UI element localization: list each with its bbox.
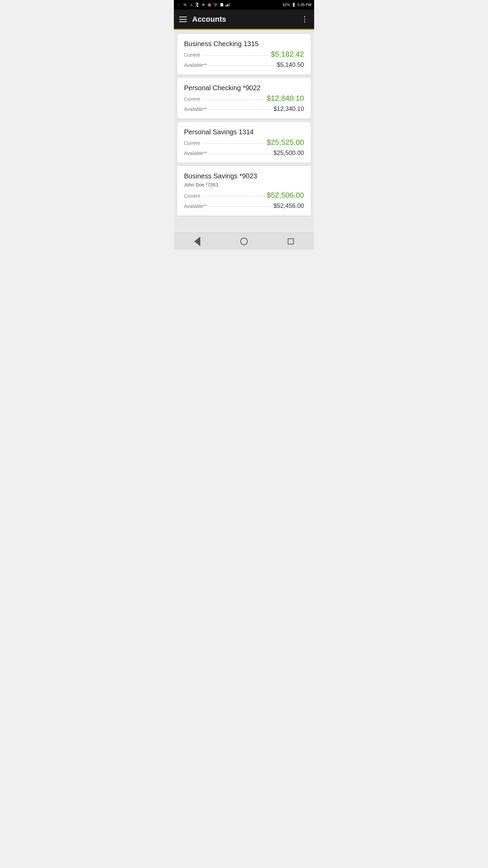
account-name: Business Savings *9023: [184, 172, 304, 180]
account-name: Business Checking 1315: [184, 40, 304, 48]
dot-separator: [202, 196, 265, 197]
svg-rect-5: [229, 3, 230, 6]
current-balance-row: Current $52,506.00: [184, 191, 304, 200]
current-amount: $25,525.00: [267, 138, 304, 147]
hamburger-line-3: [179, 21, 187, 22]
more-options-button[interactable]: ⋮: [301, 15, 309, 24]
current-balance-row: Current $5,182.42: [184, 50, 304, 59]
account-name: Personal Savings 1314: [184, 128, 304, 136]
current-balance-row: Current $12,840.10: [184, 94, 304, 103]
current-amount: $12,840.10: [267, 94, 304, 103]
svg-rect-3: [227, 4, 228, 6]
available-balance-row: Available** $25,500.00: [184, 150, 304, 157]
account-card-business-savings[interactable]: Business Savings *9023 John Doe *7263 Cu…: [177, 166, 311, 216]
current-label: Current: [184, 193, 200, 199]
app-bar-left: Accounts: [179, 15, 226, 24]
home-button[interactable]: [236, 235, 252, 248]
current-label: Current: [184, 52, 200, 58]
status-bar-left: ··· % ⚠ N 🔇 📄: [177, 2, 230, 7]
available-label: Available**: [184, 62, 207, 68]
available-amount: $5,140.50: [277, 61, 304, 68]
battery-icon: 🔋: [291, 3, 296, 7]
back-button[interactable]: [189, 235, 206, 248]
dot-separator: [202, 99, 265, 100]
svg-point-0: [215, 6, 216, 6]
available-label: Available**: [184, 106, 207, 112]
account-card-business-checking[interactable]: Business Checking 1315 Current $5,182.42…: [177, 34, 311, 75]
dot-separator: [208, 110, 271, 110]
page-title: Accounts: [192, 15, 226, 24]
available-balance-row: Available** $12,340.10: [184, 105, 304, 113]
home-icon: [240, 238, 248, 245]
available-label: Available**: [184, 151, 207, 156]
signal-icon: [225, 2, 230, 7]
hamburger-line-2: [179, 19, 187, 20]
warning-icon: ⚠: [189, 2, 194, 7]
app-bar: Accounts ⋮: [174, 9, 314, 30]
svg-rect-2: [226, 5, 227, 6]
file-icon: 📄: [219, 2, 224, 7]
available-balance-row: Available** $52,456.00: [184, 202, 304, 210]
back-icon: [194, 237, 200, 246]
dot-separator: [202, 143, 265, 144]
menu-button[interactable]: [179, 17, 187, 22]
percent-icon: %: [183, 2, 187, 7]
available-balance-row: Available** $5,140.50: [184, 61, 304, 68]
status-bar: ··· % ⚠ N 🔇 📄: [174, 0, 314, 9]
available-amount: $25,500.00: [273, 150, 304, 157]
dot-separator: [208, 206, 271, 207]
recents-icon: [288, 238, 294, 244]
svg-rect-4: [228, 3, 229, 6]
current-amount: $52,506.00: [267, 191, 304, 200]
current-amount: $5,182.42: [271, 50, 304, 59]
wifi-icon: [213, 2, 218, 7]
notification-icon: ···: [177, 2, 181, 7]
nfc-icon: N: [201, 2, 206, 7]
accounts-list: Business Checking 1315 Current $5,182.42…: [174, 30, 314, 233]
current-label: Current: [184, 96, 200, 102]
account-card-personal-savings[interactable]: Personal Savings 1314 Current $25,525.00…: [177, 122, 311, 163]
bluetooth-icon: [195, 2, 200, 7]
current-label: Current: [184, 140, 200, 146]
account-subtitle: John Doe *7263: [184, 182, 304, 188]
dot-separator: [208, 65, 275, 66]
battery-percent: 92%: [283, 3, 290, 7]
dot-separator: [202, 55, 269, 56]
account-card-personal-checking[interactable]: Personal Checking *9022 Current $12,840.…: [177, 78, 311, 119]
bottom-navigation: [174, 233, 314, 250]
available-amount: $12,340.10: [273, 105, 304, 113]
time-display: 5:45 PM: [298, 3, 311, 7]
hamburger-line-1: [179, 17, 187, 17]
status-bar-right: 92% 🔋 5:45 PM: [283, 3, 311, 7]
dot-separator: [208, 154, 271, 154]
recents-button[interactable]: [282, 235, 299, 248]
available-amount: $52,456.00: [273, 202, 304, 210]
mute-icon: 🔇: [207, 2, 212, 7]
account-name: Personal Checking *9022: [184, 84, 304, 92]
current-balance-row: Current $25,525.00: [184, 138, 304, 147]
available-label: Available**: [184, 203, 207, 209]
svg-rect-1: [225, 5, 226, 6]
